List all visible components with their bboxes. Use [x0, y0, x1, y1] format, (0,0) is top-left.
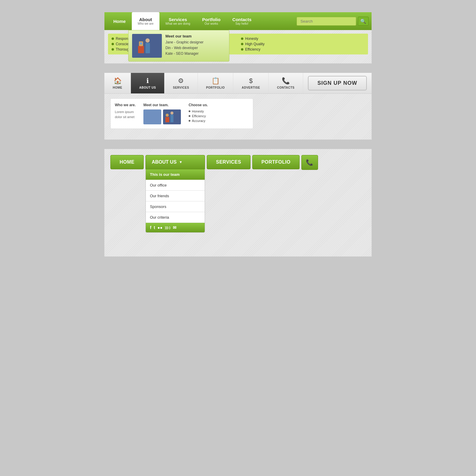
dollar-icon: $ — [249, 77, 253, 85]
submenu-col-chooseus: Choose us. Honesty Efficiency Accuracy — [189, 103, 213, 124]
bottom-portfolio-button[interactable]: PORTFOLIO — [252, 155, 300, 169]
bullet-efficiency: Efficiency — [241, 47, 364, 51]
phone-icon: 📞 — [306, 159, 314, 166]
svg-rect-3 — [145, 43, 150, 53]
bullet-dot-icon — [241, 37, 243, 40]
bullet-honesty: Honesty — [241, 37, 364, 41]
gear-icon: ⚙ — [178, 77, 184, 85]
submenu-title-1: Who we are. — [115, 103, 136, 107]
about-menu-team[interactable]: This is our team — [146, 169, 205, 180]
bottom-services-button[interactable]: SERVICES — [207, 155, 250, 169]
about-menu-sponsors[interactable]: Sponsors — [146, 201, 205, 212]
svg-point-4 — [145, 38, 150, 43]
submenu-bullet-honesty: Honesty — [189, 109, 208, 113]
section1-green-navbar-panel: Home About Who we are Services What we a… — [104, 12, 372, 64]
green-top-navbar: Home About Who we are Services What we a… — [104, 12, 372, 30]
book-icon: 📋 — [212, 77, 220, 85]
green-bottom-navbar: HOME ABOUT US ▼ This is our team Our off… — [110, 155, 366, 233]
bullet-dot-icon — [241, 48, 243, 51]
svg-rect-9 — [170, 115, 173, 122]
info-icon: ℹ — [146, 77, 149, 85]
social-icons-row: f t ●● ))):) ✉ — [146, 223, 205, 232]
search-input[interactable] — [297, 17, 356, 26]
bullet-dot-icon — [112, 37, 114, 40]
bullet-icon — [189, 120, 190, 122]
section2-icon-navbar-panel: 🏠 HOME ℹ ABOUT US ⚙ SERVICES 📋 PORTFOLIO… — [104, 73, 372, 140]
nav-home[interactable]: Home — [107, 12, 132, 30]
submenu-title-3: Choose us. — [189, 103, 208, 107]
search-button[interactable]: 🔍 — [358, 17, 369, 26]
icon-nav-portfolio[interactable]: 📋 PORTFOLIO — [198, 73, 234, 93]
phone-icon: 📞 — [282, 77, 290, 85]
svg-point-10 — [170, 112, 173, 115]
search-form: 🔍 — [297, 12, 369, 30]
section3-green-bottom-panel: HOME ABOUT US ▼ This is our team Our off… — [104, 149, 372, 257]
submenu-col-team: Meet our team. — [143, 103, 186, 124]
home-icon: 🏠 — [114, 77, 122, 85]
icon-nav-home[interactable]: 🏠 HOME — [104, 73, 131, 93]
circle-icons[interactable]: ●● — [157, 225, 162, 230]
team-title: Meet our team — [165, 34, 203, 38]
icon-nav-about[interactable]: ℹ ABOUT US — [131, 73, 165, 93]
team-image — [132, 34, 162, 58]
about-dropdown-menu: This is our team Our office Our friends … — [145, 169, 205, 233]
bottom-home-button[interactable]: HOME — [110, 155, 144, 169]
submenu-bullet-efficiency: Efficiency — [189, 114, 208, 118]
icon-nav-contacts[interactable]: 📞 CONTACTS — [269, 73, 303, 93]
bullet-dot-icon — [112, 48, 114, 51]
svg-rect-7 — [165, 117, 169, 122]
icon-nav-advertise[interactable]: $ ADVERTISE — [233, 73, 269, 93]
submenu-title-2: Meet our team. — [143, 103, 181, 107]
team-member-din: Din - Web developer — [165, 45, 203, 51]
chevron-down-icon: ▼ — [179, 160, 183, 164]
about-menu-criteria[interactable]: Our criteria — [146, 212, 205, 223]
submenu-col-whoweare: Who we are. Lorem ipsum dolor sit amet — [115, 103, 140, 124]
svg-rect-1 — [138, 46, 144, 53]
team-thumb-2 — [163, 109, 181, 124]
team-thumb-1 — [143, 109, 161, 124]
submenu-card: Who we are. Lorem ipsum dolor sit amet M… — [110, 98, 253, 129]
about-dropdown-panel: Meet our team Jane - Graphic designer Di… — [128, 30, 229, 62]
icon-top-navbar: 🏠 HOME ℹ ABOUT US ⚙ SERVICES 📋 PORTFOLIO… — [104, 73, 372, 94]
facebook-icon[interactable]: f — [150, 225, 151, 230]
dropdown-text-content: Meet our team Jane - Graphic designer Di… — [165, 34, 203, 58]
bullet-dot-icon — [241, 43, 243, 45]
nav-portfolio[interactable]: Portfolio Our works — [196, 12, 226, 30]
submenu-row: Who we are. Lorem ipsum dolor sit amet M… — [104, 94, 372, 134]
submenu-bullet-accuracy: Accuracy — [189, 119, 208, 123]
team-member-jane: Jane - Graphic designer — [165, 40, 203, 45]
about-menu-friends[interactable]: Our friends — [146, 191, 205, 201]
bullet-icon — [189, 115, 190, 117]
nav-services[interactable]: Services What we are doing — [159, 12, 196, 30]
svg-point-8 — [166, 114, 169, 117]
about-us-dropdown-container: ABOUT US ▼ This is our team Our office O… — [145, 155, 205, 233]
signup-button[interactable]: SIGN UP NOW — [308, 76, 367, 90]
submenu-text-1: Lorem ipsum dolor sit amet — [115, 109, 136, 119]
twitter-icon[interactable]: t — [154, 225, 155, 230]
bullet-highquality: High Quality — [241, 42, 364, 46]
team-member-kate: Kate - SEO Manager — [165, 51, 203, 57]
bottom-phone-button[interactable]: 📞 — [301, 155, 318, 170]
rss-icon[interactable]: ))):) — [165, 226, 170, 229]
icon-nav-services[interactable]: ⚙ SERVICES — [165, 73, 198, 93]
bullet-icon — [189, 110, 190, 112]
bullet-dot-icon — [112, 43, 114, 45]
about-menu-office[interactable]: Our office — [146, 180, 205, 191]
about-us-dropdown-button[interactable]: ABOUT US ▼ — [145, 155, 205, 169]
email-icon[interactable]: ✉ — [173, 225, 176, 230]
nav-contacts[interactable]: Contacts Say hello! — [226, 12, 257, 30]
nav-about[interactable]: About Who we are — [132, 12, 159, 30]
svg-point-5 — [140, 42, 142, 45]
